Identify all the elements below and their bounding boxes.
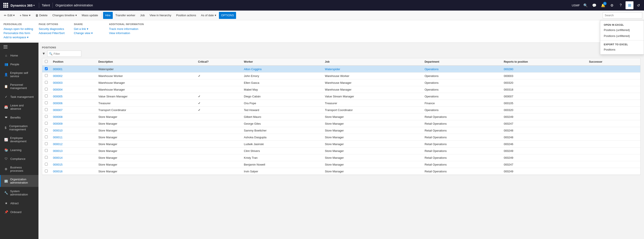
table-row[interactable]: 000004Warehouse ManagerMabel MayWarehous…	[42, 86, 640, 93]
mass-update-button[interactable]: Mass update	[80, 12, 100, 19]
row-checkbox[interactable]	[45, 101, 48, 104]
app-name[interactable]: Dynamics 365 ▾	[10, 4, 34, 7]
as-of-date-button[interactable]: As of date ▾	[199, 12, 218, 19]
change-view-link[interactable]: Change view ▾	[74, 32, 104, 35]
row-checkbox[interactable]	[45, 115, 48, 118]
sidebar-item-employee-self-service[interactable]: 👤 Employee self service	[0, 68, 38, 80]
job-button[interactable]: Job	[138, 12, 147, 19]
hire-button[interactable]: Hire	[103, 12, 113, 19]
position-link[interactable]: 000009	[53, 122, 62, 125]
sidebar-hamburger[interactable]	[0, 43, 38, 51]
sidebar-item-compensation-management[interactable]: $ Compensation management	[0, 122, 38, 134]
worker-link[interactable]: Alton Coggins	[244, 68, 262, 71]
position-actions-button[interactable]: Position actions	[174, 12, 198, 19]
get-link-link[interactable]: Get a link ▾	[74, 27, 104, 30]
table-row[interactable]: 000016Store ManagerIrvin SalyerStore Man…	[42, 168, 640, 175]
changes-timeline-button[interactable]: Changes timeline ▾	[50, 12, 79, 19]
table-row[interactable]: 000006Treasurer✓Ora PopeTreasurerFinance…	[42, 100, 640, 107]
reports-to-link[interactable]: 000280	[504, 68, 513, 71]
sidebar-item-onboard[interactable]: 📌 Onboard	[0, 208, 38, 216]
help-button[interactable]: ?	[617, 1, 625, 9]
table-row[interactable]: 000003Warehouse ManagerEllen GascaWareho…	[42, 79, 640, 86]
track-more-info-link[interactable]: Track more information	[109, 27, 144, 30]
position-link[interactable]: 000016	[53, 170, 62, 173]
row-checkbox[interactable]	[45, 142, 48, 145]
department-link[interactable]: Operations	[425, 68, 439, 71]
sidebar-item-learning[interactable]: 📚 Learning	[0, 146, 38, 154]
sidebar-item-employee-development[interactable]: 📈 Employee development	[0, 134, 38, 146]
position-link[interactable]: 000010	[53, 129, 62, 132]
position-link[interactable]: 000013	[53, 149, 62, 152]
row-checkbox[interactable]	[45, 128, 48, 132]
sidebar-item-system-administration[interactable]: 🔧 System administration	[0, 187, 38, 199]
row-checkbox[interactable]	[45, 67, 48, 70]
row-checkbox[interactable]	[45, 136, 48, 138]
row-checkbox[interactable]	[45, 170, 48, 172]
table-row[interactable]: 000011Store ManagerAshoka DasguptaStore …	[42, 134, 640, 141]
sidebar-item-personnel-management[interactable]: 📋 Personnel management	[0, 80, 38, 92]
row-checkbox[interactable]	[45, 94, 48, 98]
table-row[interactable]: 000007Transport Coordinator✓Ted HowardTr…	[42, 107, 640, 114]
advanced-filter-link[interactable]: Advanced Filter/Sort	[39, 32, 68, 35]
waffle-menu-button[interactable]	[2, 1, 10, 9]
position-link[interactable]: 000012	[53, 142, 62, 146]
row-checkbox[interactable]	[45, 163, 48, 166]
table-row[interactable]: 000009Store ManagerGeorge GilesStore Man…	[42, 120, 640, 127]
row-checkbox[interactable]	[45, 108, 48, 111]
sidebar-item-home[interactable]: ⌂ Home	[0, 51, 38, 60]
positions-unfiltered-2[interactable]: Positions (unfiltered)	[600, 33, 644, 39]
table-row[interactable]: 000008Store ManagerGilbert MauroStore Ma…	[42, 114, 640, 120]
sidebar-item-people[interactable]: 👥 People	[0, 60, 38, 68]
sidebar-item-business-processes[interactable]: ⚙ Business processes	[0, 163, 38, 175]
row-checkbox[interactable]	[45, 74, 48, 77]
view-information-link[interactable]: View information	[109, 32, 144, 35]
table-row[interactable]: 000005Value Stream Manager✓Diego CabánVa…	[42, 93, 640, 100]
position-link[interactable]: 000014	[53, 156, 62, 160]
position-link[interactable]: 000005	[53, 95, 62, 98]
always-open-link[interactable]: Always open for editing	[4, 27, 34, 30]
position-link[interactable]: 000004	[53, 88, 62, 91]
table-row[interactable]: 000010Store ManagerSammy BoettcherStore …	[42, 127, 640, 134]
table-row[interactable]: 000012Store ManagerLudwik JasinskiStore …	[42, 141, 640, 148]
position-link[interactable]: 000008	[53, 115, 62, 118]
table-row[interactable]: 000015Store ManagerBenjamin NowellStore …	[42, 161, 640, 168]
search-nav-button[interactable]: 🔍	[582, 1, 590, 9]
row-checkbox[interactable]	[45, 156, 48, 159]
position-link[interactable]: 000002	[53, 74, 62, 78]
security-diagnostics-link[interactable]: Security diagnostics	[39, 27, 68, 30]
toolbar-search-input[interactable]	[603, 12, 642, 18]
chat-button[interactable]: 💬	[590, 1, 598, 9]
table-row[interactable]: 000013Store ManagerClint ShiversStore Ma…	[42, 148, 640, 154]
personalize-form-link[interactable]: Personalize this form	[4, 32, 34, 35]
office-apps-button[interactable]: ⊞	[626, 1, 634, 9]
refresh-button[interactable]: ↺	[634, 1, 642, 9]
new-button[interactable]: + New ▾	[17, 12, 32, 19]
edit-button[interactable]: ✏ Edit ▾	[2, 12, 17, 19]
row-checkbox[interactable]	[45, 122, 48, 125]
sidebar-item-attract[interactable]: ★ Attract	[0, 199, 38, 208]
row-checkbox[interactable]	[45, 88, 48, 90]
sidebar-item-benefits[interactable]: ❤ Benefits	[0, 113, 38, 122]
add-workspace-link[interactable]: Add to workspace ▾	[4, 36, 34, 39]
position-link[interactable]: 000006	[53, 102, 62, 105]
select-all-checkbox[interactable]	[45, 60, 48, 63]
position-link[interactable]: 000001	[53, 68, 62, 71]
view-hierarchy-button[interactable]: View in hierarchy	[147, 12, 174, 19]
position-link[interactable]: 000003	[53, 81, 62, 84]
delete-button[interactable]: 🗑 Delete	[33, 12, 50, 19]
position-link[interactable]: 000007	[53, 108, 62, 112]
sidebar-item-compliance[interactable]: 🛡 Compliance	[0, 154, 38, 163]
position-link[interactable]: 000015	[53, 163, 62, 166]
table-row[interactable]: 000001WaterspiderAlton CogginsWaterspide…	[42, 66, 640, 72]
table-row[interactable]: 000002Warehouse Worker✓John EmoryWarehou…	[42, 72, 640, 79]
options-button[interactable]: OPTIONS	[219, 12, 236, 19]
table-row[interactable]: 000014Store ManagerKristy TranStore Mana…	[42, 154, 640, 161]
positions-export[interactable]: Positions	[600, 46, 644, 52]
positions-unfiltered-1[interactable]: Positions (unfiltered)	[600, 27, 644, 33]
position-link[interactable]: 000011	[53, 136, 62, 139]
row-checkbox[interactable]	[45, 149, 48, 152]
transfer-worker-button[interactable]: Transfer worker	[113, 12, 138, 19]
sidebar-item-organization-administration[interactable]: 🏢 Organization administration	[0, 175, 38, 187]
settings-button[interactable]: ⚙	[608, 1, 616, 9]
sidebar-item-leave-and-absence[interactable]: 📅 Leave and absence	[0, 101, 38, 113]
